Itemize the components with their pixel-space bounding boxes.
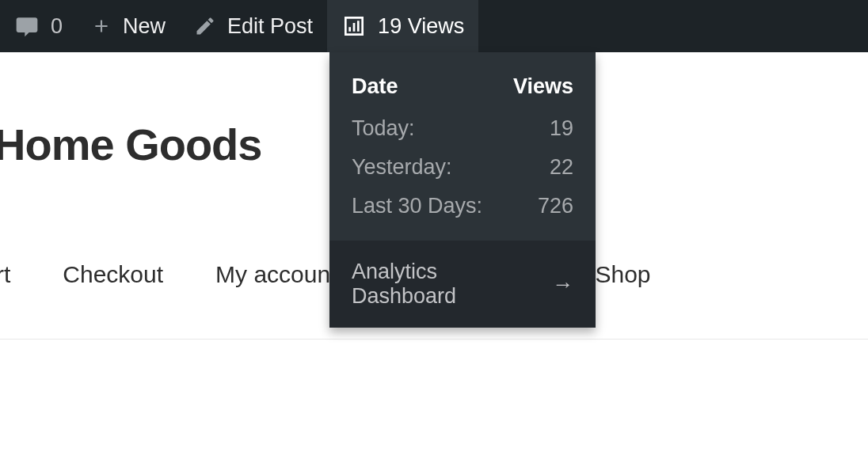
table-row: Today: 19 — [352, 116, 573, 141]
edit-post-label: Edit Post — [227, 14, 313, 39]
pencil-icon — [194, 15, 216, 37]
views-button[interactable]: 19 Views — [327, 0, 478, 52]
row-value: 19 — [550, 116, 573, 141]
views-label: 19 Views — [378, 14, 464, 39]
new-label: New — [123, 14, 166, 39]
row-label: Last 30 Days: — [352, 194, 482, 218]
stats-icon — [341, 13, 367, 39]
comments-button[interactable]: 0 — [0, 0, 77, 52]
nav-item-shop[interactable]: Shop — [595, 261, 650, 288]
table-header: Date Views — [352, 74, 573, 99]
views-dropdown: Date Views Today: 19 Yesterday: 22 Last … — [329, 52, 596, 328]
nav-item-cart[interactable]: rt — [0, 261, 10, 288]
divider — [0, 339, 868, 340]
nav-item-account[interactable]: My account — [215, 261, 337, 288]
nav-item-checkout[interactable]: Checkout — [63, 261, 163, 288]
comment-icon — [14, 13, 40, 39]
site-title: Home Goods — [0, 119, 261, 170]
arrow-right-icon: → — [552, 272, 573, 297]
row-value: 726 — [538, 194, 573, 218]
plus-icon — [91, 16, 112, 36]
edit-post-button[interactable]: Edit Post — [180, 0, 327, 52]
header-views: Views — [513, 74, 573, 99]
new-button[interactable]: New — [77, 0, 180, 52]
comments-count: 0 — [51, 14, 63, 39]
table-row: Yesterday: 22 — [352, 155, 573, 180]
header-date: Date — [352, 74, 398, 99]
row-label: Today: — [352, 116, 415, 141]
row-value: 22 — [550, 155, 573, 180]
analytics-label: Analytics Dashboard — [352, 260, 542, 309]
table-row: Last 30 Days: 726 — [352, 194, 573, 218]
row-label: Yesterday: — [352, 155, 452, 180]
analytics-dashboard-link[interactable]: Analytics Dashboard → — [329, 241, 596, 328]
views-table: Date Views Today: 19 Yesterday: 22 Last … — [329, 52, 596, 241]
admin-bar: 0 New Edit Post 19 Views — [0, 0, 868, 52]
